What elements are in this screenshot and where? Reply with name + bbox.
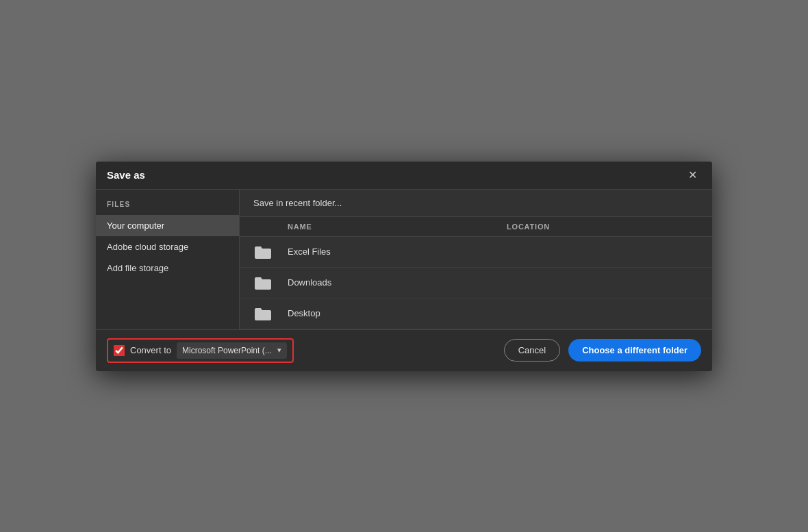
title-bar: Save as ✕ bbox=[96, 162, 712, 190]
folder-row-downloads[interactable]: Downloads bbox=[240, 268, 712, 299]
folder-name-downloads: Downloads bbox=[288, 277, 507, 288]
folder-list: Excel Files Downloads bbox=[240, 237, 712, 329]
footer-buttons: Cancel Choose a different folder bbox=[504, 339, 701, 362]
folder-icon-excel-files bbox=[253, 244, 288, 260]
choose-folder-button[interactable]: Choose a different folder bbox=[568, 339, 701, 362]
folder-svg-desktop bbox=[253, 305, 273, 322]
folder-name-desktop: Desktop bbox=[288, 308, 507, 318]
save-in-recent-folder[interactable]: Save in recent folder... bbox=[240, 190, 712, 217]
folder-svg-downloads bbox=[253, 275, 273, 291]
table-header: NAME Location bbox=[240, 217, 712, 237]
dialog-footer: Convert to Microsoft PowerPoint (... ▾ C… bbox=[96, 329, 712, 371]
convert-format-dropdown[interactable]: Microsoft PowerPoint (... ▾ bbox=[177, 342, 287, 359]
folder-row-excel-files[interactable]: Excel Files bbox=[240, 237, 712, 268]
folder-svg-excel-files bbox=[253, 244, 273, 260]
sidebar-item-your-computer[interactable]: Your computer bbox=[96, 215, 239, 236]
close-button[interactable]: ✕ bbox=[684, 168, 701, 182]
main-content: Save in recent folder... NAME Location E… bbox=[240, 190, 712, 329]
save-as-dialog: Save as ✕ FILES Your computer Adobe clou… bbox=[96, 162, 712, 371]
sidebar: FILES Your computer Adobe cloud storage … bbox=[96, 190, 240, 329]
col-location-header: Location bbox=[507, 223, 698, 231]
folder-icon-downloads bbox=[253, 275, 288, 291]
col-name-header: NAME bbox=[288, 223, 507, 231]
folder-name-excel-files: Excel Files bbox=[288, 246, 507, 257]
convert-to-label: Convert to bbox=[130, 345, 171, 355]
cancel-button[interactable]: Cancel bbox=[504, 339, 560, 362]
folder-row-desktop[interactable]: Desktop bbox=[240, 299, 712, 329]
dialog-body: FILES Your computer Adobe cloud storage … bbox=[96, 190, 712, 329]
folder-icon-desktop bbox=[253, 305, 288, 322]
convert-section: Convert to Microsoft PowerPoint (... ▾ bbox=[107, 338, 294, 363]
sidebar-section-label: FILES bbox=[96, 201, 239, 215]
convert-format-label: Microsoft PowerPoint (... bbox=[182, 346, 272, 355]
chevron-down-icon: ▾ bbox=[277, 346, 281, 355]
sidebar-item-add-file-storage[interactable]: Add file storage bbox=[96, 257, 239, 279]
dialog-title: Save as bbox=[107, 169, 145, 181]
convert-to-checkbox[interactable] bbox=[114, 345, 125, 356]
sidebar-item-adobe-cloud-storage[interactable]: Adobe cloud storage bbox=[96, 236, 239, 257]
